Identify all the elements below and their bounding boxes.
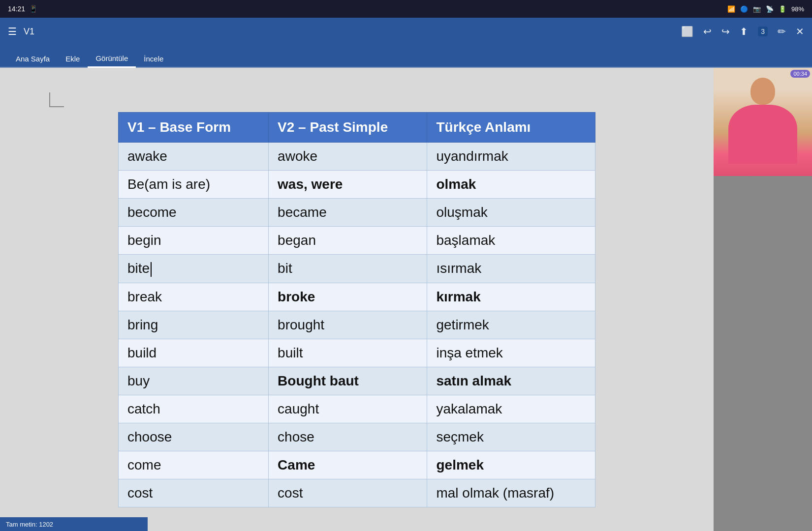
word-count: Tam metin: 1202 [6, 521, 53, 528]
table-row: buyBought bautsatın almak [119, 367, 595, 395]
cell-tr: yakalamak [427, 395, 595, 423]
window-icon[interactable]: ⬜ [681, 26, 693, 37]
cell-v2: cost [269, 479, 427, 507]
signal-icon: 📡 [766, 5, 774, 13]
header-v2: V2 – Past Simple [269, 113, 427, 143]
time-display: 14:21 [8, 5, 25, 13]
bluetooth-icon: 🔵 [740, 5, 748, 13]
vocabulary-table: V1 – Base Form V2 – Past Simple Türkçe A… [118, 112, 595, 507]
cell-v1: bring [119, 311, 269, 339]
document-area: V1 – Base Form V2 – Past Simple Türkçe A… [0, 68, 714, 531]
cell-tr: oluşmak [427, 199, 595, 227]
share-icon[interactable]: ⬆ [740, 26, 748, 37]
page-corner [49, 92, 64, 107]
table-row: Be(am is are)was, wereolmak [119, 171, 595, 199]
wifi-icon: 📶 [727, 5, 735, 13]
cell-v2: Bought baut [269, 367, 427, 395]
table-row: breakbrokekırmak [119, 283, 595, 311]
cell-tr: başlamak [427, 227, 595, 255]
table-row: buildbuiltinşa etmek [119, 339, 595, 367]
table-body: awakeawokeuyandırmakBe(am is are)was, we… [119, 143, 595, 507]
cell-v1: awake [119, 143, 269, 171]
cell-v2: began [269, 227, 427, 255]
redo-icon[interactable]: ↪ [721, 26, 730, 37]
cell-v1: choose [119, 423, 269, 451]
video-feed: 00:34 [714, 68, 812, 176]
title-right: ⬜ ↩ ↪ ⬆ 3 ✏ ✕ [681, 26, 804, 37]
status-right: 📶 🔵 📷 📡 🔋 98% [727, 5, 804, 13]
cell-v2: Came [269, 451, 427, 479]
hamburger-menu[interactable]: ☰ [8, 26, 17, 37]
cell-tr: inşa etmek [427, 339, 595, 367]
table-row: costcostmal olmak (masraf) [119, 479, 595, 507]
table-row: becomebecameoluşmak [119, 199, 595, 227]
table-row: beginbeganbaşlamak [119, 227, 595, 255]
camera-icon: 📷 [753, 5, 761, 13]
cell-tr: ısırmak [427, 255, 595, 283]
cell-tr: uyandırmak [427, 143, 595, 171]
undo-icon[interactable]: ↩ [703, 26, 712, 37]
cell-v1: break [119, 283, 269, 311]
cell-tr: mal olmak (masraf) [427, 479, 595, 507]
menu-ekle[interactable]: Ekle [58, 51, 88, 68]
video-panel: 00:34 [714, 68, 812, 531]
menu-bar: Ana Sayfa Ekle Görüntüle İncele [0, 45, 812, 68]
table-row: choosechoseseçmek [119, 423, 595, 451]
menu-ana-sayfa[interactable]: Ana Sayfa [8, 51, 58, 68]
menu-incele[interactable]: İncele [136, 51, 171, 68]
header-v1: V1 – Base Form [119, 113, 269, 143]
cell-tr: kırmak [427, 283, 595, 311]
table-row: bitebitısırmak [119, 255, 595, 283]
cell-v1: Be(am is are) [119, 171, 269, 199]
main-content: V1 – Base Form V2 – Past Simple Türkçe A… [0, 68, 812, 531]
cell-v2: broke [269, 283, 427, 311]
cell-tr: seçmek [427, 423, 595, 451]
title-left: ☰ V1 [8, 26, 34, 37]
doc-count-icon[interactable]: 3 [758, 27, 768, 36]
menu-goruntule[interactable]: Görüntüle [88, 50, 136, 68]
table-row: catchcaughtyakalamak [119, 395, 595, 423]
cell-tr: satın almak [427, 367, 595, 395]
battery-percent: 98% [791, 5, 804, 13]
cell-v1: cost [119, 479, 269, 507]
cell-v1: become [119, 199, 269, 227]
cell-v1: buy [119, 367, 269, 395]
edit-icon[interactable]: ✏ [778, 26, 786, 37]
table-row: comeCamegelmek [119, 451, 595, 479]
cell-v1: begin [119, 227, 269, 255]
cell-v2: brought [269, 311, 427, 339]
cell-v1: build [119, 339, 269, 367]
text-cursor [151, 262, 152, 277]
table-header-row: V1 – Base Form V2 – Past Simple Türkçe A… [119, 113, 595, 143]
video-timer: 00:34 [790, 70, 810, 78]
status-bar: 14:21 📱 📶 🔵 📷 📡 🔋 98% [0, 0, 812, 18]
cell-v1: come [119, 451, 269, 479]
cell-v1: bite [119, 255, 269, 283]
cell-v2: was, were [269, 171, 427, 199]
battery-icon: 🔋 [779, 5, 786, 13]
cell-v2: awoke [269, 143, 427, 171]
cell-v2: became [269, 199, 427, 227]
cell-tr: getirmek [427, 311, 595, 339]
cell-v2: caught [269, 395, 427, 423]
cell-tr: olmak [427, 171, 595, 199]
cell-v2: bit [269, 255, 427, 283]
status-bottom-bar: Tam metin: 1202 [0, 517, 148, 531]
header-tr: Türkçe Anlamı [427, 113, 595, 143]
video-person [714, 68, 812, 176]
cell-v2: built [269, 339, 427, 367]
status-left: 14:21 📱 [8, 5, 37, 13]
table-row: awakeawokeuyandırmak [119, 143, 595, 171]
cell-tr: gelmek [427, 451, 595, 479]
close-icon[interactable]: ✕ [796, 26, 804, 37]
notification-icon: 📱 [29, 5, 37, 13]
table-row: bringbroughtgetirmek [119, 311, 595, 339]
cell-v1: catch [119, 395, 269, 423]
cell-v2: chose [269, 423, 427, 451]
document-title: V1 [24, 27, 34, 37]
title-bar: ☰ V1 ⬜ ↩ ↪ ⬆ 3 ✏ ✕ [0, 18, 812, 45]
